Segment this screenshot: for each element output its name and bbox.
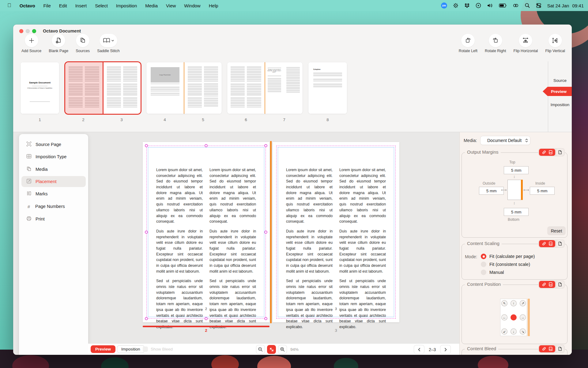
radio-fit-per-page[interactable] xyxy=(481,254,486,259)
position-up-button[interactable]: ↑ xyxy=(511,300,517,306)
sidebar-item-placement[interactable]: Placement xyxy=(21,176,86,187)
position-down-left-button[interactable]: ↙ xyxy=(501,328,507,335)
media-dropdown[interactable]: Document Default xyxy=(481,136,530,145)
scope-single-page[interactable] xyxy=(556,281,564,288)
menu-help[interactable]: Help xyxy=(209,3,218,8)
tab-imposition[interactable]: Imposition xyxy=(548,102,572,107)
scope-linked-spread[interactable] xyxy=(539,281,555,288)
preview-mode-button[interactable]: Preview xyxy=(91,345,115,353)
position-down-button[interactable]: ↓ xyxy=(511,328,517,335)
thumbnail-spread-4-5[interactable]: Image Placeholder xyxy=(146,62,222,114)
imposition-mode-button[interactable]: Imposition xyxy=(117,345,145,353)
selection-handle[interactable] xyxy=(145,317,148,320)
position-right-button[interactable]: → xyxy=(520,314,526,320)
inside-margin-label: Inside xyxy=(535,181,545,186)
position-up-left-button[interactable]: ↖ xyxy=(501,300,507,306)
add-source-button[interactable]: Add Source xyxy=(21,34,41,53)
selection-handle[interactable] xyxy=(145,231,148,234)
menubar-date[interactable]: Sat 24 Jan xyxy=(547,3,569,8)
outside-margin-field[interactable]: 5 mm xyxy=(479,187,504,195)
thumbnail-spread-2-3[interactable] xyxy=(65,62,141,114)
shortcuts-icon[interactable] xyxy=(513,3,519,8)
rotate-left-button[interactable]: Rotate Left xyxy=(459,34,477,53)
preview-page-right[interactable]: Lorem ipsum dolor sit amet, consectetur … xyxy=(273,142,399,322)
scope-linked-spread[interactable] xyxy=(539,240,555,247)
position-left-button[interactable]: ← xyxy=(501,314,507,320)
menu-bar:  Octavo File Edit Insert Select Imposit… xyxy=(0,0,588,11)
flip-vertical-button[interactable]: Flip Vertical xyxy=(545,34,565,53)
top-margin-label: Top xyxy=(509,160,515,164)
dropbox-icon[interactable] xyxy=(464,3,470,8)
previous-spread-button[interactable] xyxy=(414,345,424,354)
next-spread-button[interactable] xyxy=(440,345,451,354)
thumbnail-spread-6-7[interactable]: “Design is not just what it looks like. … xyxy=(227,62,303,114)
spread-page-label: 3 xyxy=(332,328,340,333)
position-center-button[interactable] xyxy=(511,314,517,320)
flip-horizontal-icon xyxy=(519,34,532,47)
sidebar-item-print[interactable]: Print xyxy=(21,213,86,224)
saddle-stitch-button[interactable]: Saddle Stitch xyxy=(97,34,120,53)
sidebar-item-page-numbers[interactable]: # Page Numbers xyxy=(21,201,86,212)
blank-page-button[interactable]: Blank Page xyxy=(49,34,68,53)
scope-single-page[interactable] xyxy=(556,149,564,156)
menu-edit[interactable]: Edit xyxy=(59,3,67,8)
position-up-right-button[interactable]: ↗ xyxy=(520,300,526,306)
scope-single-page[interactable] xyxy=(556,345,564,352)
octavo-window: Octavo Document Add Source Blank Page So… xyxy=(13,25,572,355)
thumbnail-page-8[interactable]: Colophon xyxy=(308,62,347,114)
inside-margin-field[interactable]: 5 mm xyxy=(530,187,555,195)
selection-handle[interactable] xyxy=(264,231,267,234)
top-margin-field[interactable]: 5 mm xyxy=(504,166,529,174)
radio-manual[interactable] xyxy=(481,270,486,275)
reset-margins-button[interactable]: Reset xyxy=(547,226,566,235)
apple-menu-icon[interactable]:  xyxy=(7,2,11,9)
menu-imposition[interactable]: Imposition xyxy=(116,3,137,8)
menu-media[interactable]: Media xyxy=(145,3,158,8)
sources-button[interactable]: Sources xyxy=(76,34,90,53)
tab-preview[interactable]: Preview xyxy=(543,87,572,96)
thumbnail-page-1[interactable]: Sample Document A Demonstration of Octav… xyxy=(21,62,59,114)
menu-insert[interactable]: Insert xyxy=(75,3,87,8)
selection-handle[interactable] xyxy=(264,144,267,147)
rotate-right-button[interactable]: Rotate Right xyxy=(485,34,506,53)
close-button[interactable] xyxy=(19,29,23,33)
radio-fit-consistent[interactable] xyxy=(481,262,486,267)
selection-handle[interactable] xyxy=(145,144,148,147)
zoom-fit-button[interactable] xyxy=(267,345,276,354)
tab-source[interactable]: Source xyxy=(548,78,572,83)
menubar-time[interactable]: 09:41 xyxy=(572,3,584,8)
preview-page-left[interactable]: Lorem ipsum dolor sit amet, consectetur … xyxy=(143,142,270,322)
sidebar-item-media[interactable]: Media xyxy=(21,164,86,175)
menu-window[interactable]: Window xyxy=(184,3,200,8)
zoom-out-button[interactable] xyxy=(256,345,265,354)
menu-file[interactable]: File xyxy=(43,3,51,8)
play-circle-icon[interactable] xyxy=(476,3,481,8)
scope-linked-spread[interactable] xyxy=(539,345,555,352)
scope-single-page[interactable] xyxy=(556,240,564,247)
bottom-margin-field[interactable]: 5 mm xyxy=(504,208,529,216)
sidebar-item-marks[interactable]: Marks xyxy=(21,188,86,199)
control-center-icon[interactable] xyxy=(536,3,541,8)
zoom-in-button[interactable] xyxy=(278,345,287,354)
selection-handle[interactable] xyxy=(264,317,267,320)
zoom-window-button[interactable] xyxy=(32,29,36,33)
battery-icon[interactable] xyxy=(499,3,507,8)
scope-linked-spread[interactable] xyxy=(539,149,555,156)
position-down-right-button[interactable]: ↘ xyxy=(520,328,526,335)
flip-horizontal-button[interactable]: Flip Horizontal xyxy=(514,34,538,53)
selection-handle[interactable] xyxy=(205,144,208,147)
thumbnail-number: 8 xyxy=(322,117,334,122)
sidebar-item-source-page[interactable]: Source Page xyxy=(21,139,86,150)
menu-view[interactable]: View xyxy=(166,3,176,8)
volume-icon[interactable] xyxy=(487,3,493,8)
zoom-app-icon[interactable]: zm xyxy=(441,2,447,9)
menu-app[interactable]: Octavo xyxy=(20,3,35,8)
selection-handle[interactable] xyxy=(205,317,208,320)
spotlight-search-icon[interactable] xyxy=(525,3,530,8)
menu-select[interactable]: Select xyxy=(95,3,108,8)
sidebar-item-imposition-type[interactable]: Imposition Type xyxy=(21,151,86,162)
helm-icon[interactable] xyxy=(453,3,458,8)
bottom-margin-label: Bottom xyxy=(508,217,519,222)
minimize-button[interactable] xyxy=(26,29,30,33)
show-bleed-checkbox[interactable] xyxy=(143,347,148,352)
